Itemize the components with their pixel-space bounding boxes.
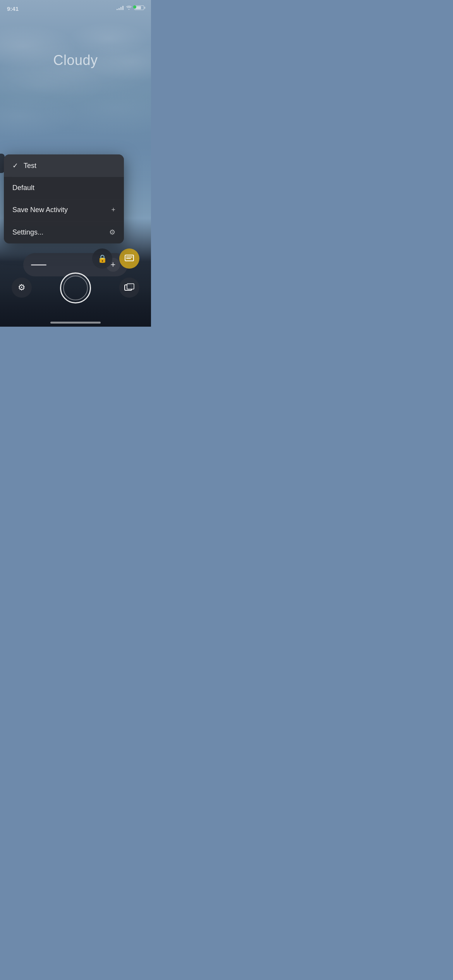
menu-item-save-left: Save New Activity — [12, 206, 68, 214]
lock-icon: 🔒 — [98, 254, 107, 263]
overlay-icon — [124, 283, 134, 292]
gear-icon: ⚙ — [18, 283, 26, 293]
status-time: 9:41 — [7, 5, 19, 12]
menu-item-test-left: ✓ Test — [12, 161, 36, 170]
camera-indicator-dot — [133, 5, 136, 9]
capture-button[interactable] — [60, 272, 91, 303]
menu-item-settings[interactable]: Settings... ⚙ — [4, 221, 124, 243]
svg-rect-4 — [127, 284, 134, 289]
wifi-icon — [126, 5, 132, 10]
weather-condition: Cloudy — [0, 52, 151, 69]
menu-item-settings-label: Settings... — [12, 228, 43, 236]
signal-bar-4 — [122, 6, 124, 10]
activity-dropdown-menu: ✓ Test Default Save New Activity + Setti… — [4, 154, 124, 243]
signal-icon — [117, 5, 124, 10]
checkmark-icon: ✓ — [12, 161, 18, 170]
menu-item-test[interactable]: ✓ Test — [4, 154, 124, 177]
menu-item-default-label: Default — [12, 184, 34, 192]
settings-button[interactable]: ⚙ — [12, 278, 32, 298]
status-bar: 9:41 — [0, 0, 151, 19]
svg-rect-0 — [125, 255, 134, 261]
home-indicator — [50, 322, 101, 324]
menu-item-default-left: Default — [12, 184, 34, 192]
menu-item-save-label: Save New Activity — [12, 206, 68, 214]
menu-item-save-new-activity[interactable]: Save New Activity + — [4, 199, 124, 221]
signal-bar-3 — [120, 7, 122, 10]
menu-item-settings-left: Settings... — [12, 228, 43, 236]
gear-icon: ⚙ — [109, 228, 115, 236]
caption-button[interactable] — [119, 248, 139, 269]
menu-item-test-label: Test — [24, 162, 36, 170]
plus-icon: + — [111, 206, 115, 214]
status-icons — [117, 5, 144, 10]
capture-button-inner — [63, 276, 88, 300]
caption-icon — [125, 255, 134, 262]
overlay-button[interactable] — [119, 278, 139, 298]
signal-bar-1 — [117, 9, 118, 10]
activity-dash — [31, 264, 46, 266]
lock-button[interactable]: 🔒 — [92, 248, 112, 269]
menu-item-default[interactable]: Default — [4, 177, 124, 199]
signal-bar-2 — [118, 8, 120, 10]
